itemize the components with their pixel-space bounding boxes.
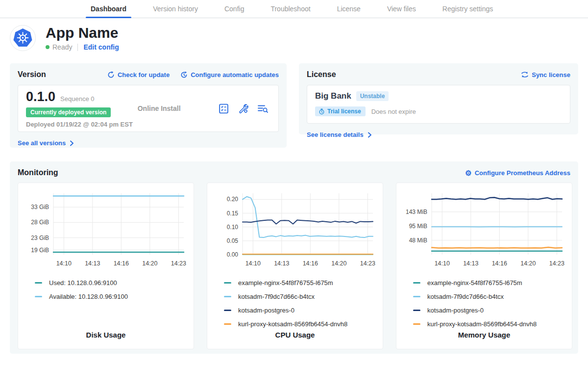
kubernetes-icon [12, 27, 34, 49]
legend-label: kotsadm-postgres-0 [238, 307, 294, 314]
legend-item: kotsadm-postgres-0 [413, 307, 567, 314]
legend-label: kurl-proxy-kotsadm-8569fb6454-dnvh8 [238, 320, 347, 328]
deploy-logs-button[interactable] [257, 103, 269, 114]
svg-text:14:13: 14:13 [85, 260, 100, 267]
top-navigation: DashboardVersion historyConfigTroublesho… [0, 0, 588, 18]
legend-label: example-nginx-54f8f76755-l675m [427, 279, 522, 287]
svg-text:14:20: 14:20 [142, 260, 157, 267]
edit-config-link[interactable]: Edit config [83, 43, 119, 51]
svg-text:0.00: 0.00 [227, 251, 239, 258]
svg-text:23 GiB: 23 GiB [31, 235, 49, 241]
version-card-title: Version [18, 70, 46, 79]
legend-item: example-nginx-54f8f76755-l675m [413, 279, 567, 287]
status-dot [46, 45, 49, 49]
gear-icon: ⚙ [465, 169, 471, 177]
app-logo [10, 25, 36, 51]
svg-text:28 GiB: 28 GiB [31, 219, 49, 226]
svg-text:0.20: 0.20 [227, 196, 239, 203]
trial-clock-icon [318, 108, 325, 115]
legend-label: kotsadm-postgres-0 [427, 307, 484, 314]
tab-troubleshoot[interactable]: Troubleshoot [270, 0, 310, 18]
svg-text:14:23: 14:23 [360, 260, 375, 267]
legend-swatch [35, 282, 42, 284]
configure-prometheus-button[interactable]: ⚙ Configure Prometheus Address [465, 169, 570, 177]
chevron-right-icon [368, 132, 372, 138]
legend-item: Used: 10.128.0.96:9100 [35, 279, 189, 287]
current-version-box: 0.1.0 Sequence 0 Currently deployed vers… [18, 85, 279, 132]
legend-label: Available: 10.128.0.96:9100 [49, 293, 128, 300]
svg-text:0.10: 0.10 [227, 224, 239, 231]
legend-swatch [413, 310, 420, 311]
clock-update-icon [180, 71, 188, 78]
refresh-icon [107, 71, 115, 78]
version-card: Version Check for update [10, 63, 287, 148]
divider [77, 44, 78, 51]
legend-label: kotsadm-7f9dc7d66c-b4tcx [238, 293, 315, 300]
sync-license-button[interactable]: Sync license [521, 71, 570, 78]
chevron-right-icon [70, 140, 74, 146]
legend-label: kurl-proxy-kotsadm-8569fb6454-dnvh8 [427, 320, 537, 328]
legend-swatch [224, 282, 231, 284]
legend-swatch [224, 296, 231, 297]
see-license-details-link[interactable]: See license details [307, 131, 372, 138]
svg-text:14:16: 14:16 [492, 260, 507, 267]
svg-text:14:16: 14:16 [114, 260, 129, 267]
sync-icon [521, 71, 529, 78]
license-name: Big Bank [315, 91, 351, 101]
tab-registry-settings[interactable]: Registry settings [442, 0, 493, 18]
legend-label: example-nginx-54f8f76755-l675m [238, 279, 333, 287]
check-for-update-button[interactable]: Check for update [107, 71, 170, 78]
license-card: License Sync license Big Bank Unstable [299, 63, 578, 134]
tab-version-history[interactable]: Version history [153, 0, 198, 18]
chart-card-cpu-usage: 14:1014:1314:1614:2014:230.200.150.100.0… [207, 183, 383, 349]
logs-search-icon [257, 103, 269, 114]
tab-dashboard[interactable]: Dashboard [91, 0, 126, 18]
chart-card-memory-usage: 14:1014:1314:1614:2014:23143 MiB95 MiB48… [396, 183, 572, 349]
legend-swatch [35, 296, 42, 297]
legend-item: Available: 10.128.0.96:9100 [35, 293, 189, 300]
tab-view-files[interactable]: View files [387, 0, 416, 18]
license-box: Big Bank Unstable Trial license Does not… [307, 85, 570, 124]
see-all-versions-link[interactable]: See all versions [18, 139, 74, 147]
legend-swatch [224, 310, 231, 311]
deployed-timestamp: Deployed 01/19/22 @ 02:04 pm EST [26, 121, 138, 128]
legend-label: Used: 10.128.0.96:9100 [49, 279, 117, 287]
version-sequence: Sequence 0 [60, 95, 94, 103]
legend-item: example-nginx-54f8f76755-l675m [224, 279, 378, 287]
license-card-title: License [307, 70, 336, 79]
svg-text:14:16: 14:16 [303, 260, 318, 267]
page-title: App Name [46, 25, 119, 41]
charts-row: 14:1014:1314:1614:2014:2333 GiB28 GiB23 … [18, 183, 572, 349]
svg-text:143 MiB: 143 MiB [406, 209, 427, 215]
chart-title: Memory Usage [401, 331, 567, 343]
svg-text:0.05: 0.05 [227, 237, 239, 244]
version-number: 0.1.0 [26, 89, 55, 105]
svg-text:14:23: 14:23 [549, 260, 564, 267]
svg-text:14:20: 14:20 [331, 260, 346, 267]
svg-text:33 GiB: 33 GiB [31, 204, 49, 210]
chart-title: Disk Usage [23, 331, 189, 343]
tab-license[interactable]: License [337, 0, 361, 18]
svg-text:0.15: 0.15 [227, 210, 239, 217]
configure-automatic-updates-button[interactable]: Configure automatic updates [180, 71, 279, 78]
tab-config[interactable]: Config [224, 0, 244, 18]
monitoring-title: Monitoring [18, 168, 58, 177]
legend-item: kotsadm-7f9dc7d66c-b4tcx [413, 293, 567, 300]
preflight-checks-button[interactable] [218, 103, 229, 114]
legend-swatch [413, 282, 420, 284]
chart-legend: Used: 10.128.0.96:9100Available: 10.128.… [35, 279, 189, 300]
svg-text:48 MiB: 48 MiB [409, 237, 427, 244]
chart-plot: 14:1014:1314:1614:2014:230.200.150.100.0… [212, 189, 376, 271]
svg-text:14:13: 14:13 [274, 260, 289, 267]
svg-text:14:20: 14:20 [520, 260, 536, 267]
svg-text:14:13: 14:13 [463, 260, 478, 267]
legend-item: kurl-proxy-kotsadm-8569fb6454-dnvh8 [413, 320, 567, 328]
svg-text:14:10: 14:10 [245, 260, 261, 267]
edit-config-icon-button[interactable] [237, 103, 249, 114]
chart-plot: 14:1014:1314:1614:2014:2333 GiB28 GiB23 … [23, 189, 187, 271]
chart-disk-usage: 14:1014:1314:1614:2014:2333 GiB28 GiB23 … [23, 189, 189, 273]
chart-title: CPU Usage [212, 331, 378, 343]
wrench-gear-icon [237, 103, 249, 114]
chart-memory-usage: 14:1014:1314:1614:2014:23143 MiB95 MiB48… [401, 189, 567, 273]
svg-text:95 MiB: 95 MiB [409, 223, 427, 230]
